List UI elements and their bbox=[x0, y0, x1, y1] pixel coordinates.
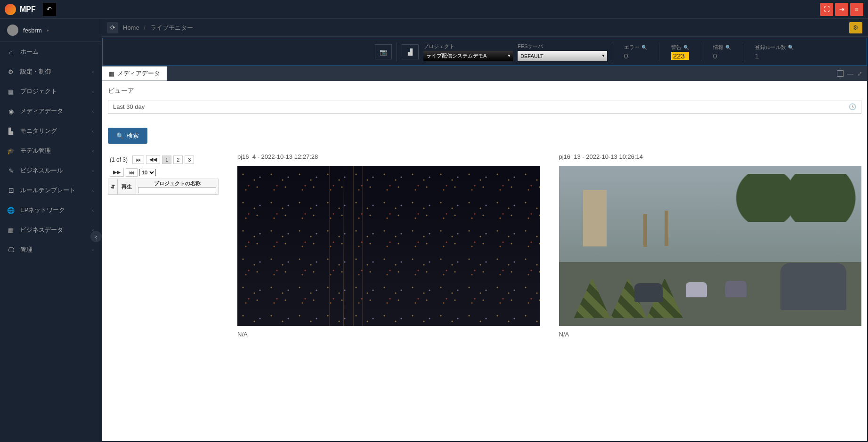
chevron-left-icon: ‹ bbox=[92, 188, 94, 193]
stat-label: 警告 bbox=[671, 44, 681, 51]
daterange-picker[interactable]: Last 30 day 🕓 bbox=[108, 100, 861, 114]
settings-button[interactable]: ⚙ bbox=[849, 22, 862, 33]
sidebar-item-home[interactable]: ⌂ホーム bbox=[0, 42, 101, 62]
search-icon: 🔍 bbox=[116, 132, 124, 139]
sidebar-item-media[interactable]: ◉メディアデータ‹ bbox=[0, 101, 101, 121]
fullscreen-button[interactable]: ⛶ bbox=[820, 3, 833, 16]
video-frame[interactable] bbox=[237, 166, 540, 326]
pagesize-select[interactable]: 10 bbox=[139, 169, 156, 176]
page-3-button[interactable]: 3 bbox=[185, 156, 194, 164]
last-page-button[interactable]: ⏭ bbox=[126, 168, 138, 177]
sidebar-item-monitoring[interactable]: ▙モニタリング‹ bbox=[0, 121, 101, 141]
breadcrumb-bar: ⟳ Home / ライブモニター ⚙ bbox=[101, 19, 868, 37]
stat-value: 1 bbox=[755, 52, 794, 60]
table-icon: ▦ bbox=[109, 70, 114, 77]
chevron-left-icon: ‹ bbox=[92, 168, 94, 173]
page-info: (1 of 3) bbox=[110, 156, 128, 163]
sidebar-item-model[interactable]: 🎓モデル管理‹ bbox=[0, 141, 101, 161]
chevron-left-icon: ‹ bbox=[92, 89, 94, 94]
fes-value: DEFAULT bbox=[520, 53, 544, 59]
chevron-left-icon: ‹ bbox=[92, 247, 94, 253]
tab-label: メディアデータ bbox=[117, 69, 160, 78]
divider bbox=[743, 42, 743, 61]
divider bbox=[659, 42, 659, 61]
sidebar-item-bizrule[interactable]: ✎ビジネスルール‹ bbox=[0, 161, 101, 180]
prev-page-button[interactable]: ◀◀ bbox=[146, 155, 160, 164]
next-page-button[interactable]: ▶▶ bbox=[110, 168, 124, 177]
edit-icon: ✎ bbox=[7, 167, 15, 174]
video-na: N/A bbox=[559, 331, 862, 338]
history-icon: ↶ bbox=[47, 6, 52, 13]
chevron-left-icon: ‹ bbox=[92, 109, 94, 114]
sidebar-item-label: モデル管理 bbox=[20, 147, 51, 155]
col-sort[interactable]: ⇵ bbox=[108, 179, 118, 195]
sidebar-item-label: 管理 bbox=[20, 246, 32, 254]
expand-icon: ⛶ bbox=[824, 6, 830, 13]
logout-icon: ⇥ bbox=[839, 6, 844, 13]
sidebar-item-settings[interactable]: ⚙設定・制御‹ bbox=[0, 62, 101, 82]
sidebar-item-label: 設定・制御 bbox=[20, 67, 51, 76]
gear-icon: ⚙ bbox=[7, 68, 15, 75]
panel-toggle-icon[interactable] bbox=[837, 70, 844, 77]
sidebar-item-template[interactable]: ⚀ルールテンプレート‹ bbox=[0, 180, 101, 200]
sidebar-item-project[interactable]: ▤プロジェクト‹ bbox=[0, 82, 101, 101]
toolbar: 📷 ▟ プロジェクト ライブ配信システムデモA FESサーバ DEFAULT エ… bbox=[102, 38, 867, 66]
project-value: ライブ配信システムデモA bbox=[426, 52, 487, 59]
daterange-value: Last 30 day bbox=[113, 103, 145, 110]
search-icon: 🔍 bbox=[683, 45, 689, 50]
project-dropdown[interactable]: ライブ配信システムデモA bbox=[423, 51, 513, 61]
maximize-button[interactable]: ⤢ bbox=[857, 70, 862, 77]
sidebar-collapse-button[interactable]: ‹ bbox=[90, 231, 102, 242]
sidebar-item-label: ビジネスルール bbox=[20, 166, 63, 175]
search-button[interactable]: 🔍 検索 bbox=[108, 128, 147, 144]
search-icon: 🔍 bbox=[788, 45, 794, 50]
chart-icon: ▟ bbox=[408, 49, 413, 56]
history-button[interactable]: ↶ bbox=[43, 3, 56, 16]
globe-icon: 🌐 bbox=[7, 206, 15, 214]
sidebar-user[interactable]: fesbrm ▾ bbox=[0, 19, 101, 42]
page-2-button[interactable]: 2 bbox=[173, 156, 183, 164]
divider bbox=[701, 42, 701, 61]
stat-info[interactable]: 情報🔍 0 bbox=[706, 44, 738, 60]
stat-error[interactable]: エラー🔍 0 bbox=[617, 44, 654, 60]
breadcrumb-home[interactable]: Home bbox=[123, 24, 139, 31]
viewer-title: ビューア bbox=[108, 87, 861, 95]
video-frame[interactable] bbox=[559, 166, 862, 326]
search-icon: 🔍 bbox=[641, 45, 647, 50]
stat-value: 0 bbox=[713, 52, 731, 60]
sidebar-item-label: モニタリング bbox=[20, 127, 57, 135]
sidebar-item-epnetwork[interactable]: 🌐EPネットワーク‹ bbox=[0, 200, 101, 220]
file-icon: ▤ bbox=[7, 88, 15, 95]
refresh-button[interactable]: ⟳ bbox=[107, 22, 118, 33]
paginator: (1 of 3) ⏮ ◀◀ 1 2 3 bbox=[108, 153, 219, 166]
sidebar-item-bizdata[interactable]: ▦ビジネスデータ‹ bbox=[0, 220, 101, 240]
first-page-button[interactable]: ⏮ bbox=[132, 156, 144, 164]
sidebar: fesbrm ▾ ⌂ホーム ⚙設定・制御‹ ▤プロジェクト‹ ◉メディアデータ‹… bbox=[0, 19, 101, 442]
chevron-left-icon: ‹ bbox=[92, 69, 94, 74]
fes-dropdown[interactable]: DEFAULT bbox=[518, 51, 607, 61]
refresh-icon: ⟳ bbox=[110, 24, 115, 31]
minimize-button[interactable]: — bbox=[847, 70, 853, 77]
panel-tab-media[interactable]: ▦ メディアデータ bbox=[102, 66, 167, 81]
media-list: (1 of 3) ⏮ ◀◀ 1 2 3 ▶▶ ⏭ 10 bbox=[108, 153, 219, 338]
divider bbox=[397, 42, 397, 61]
chevron-left-icon: ‹ bbox=[92, 129, 94, 134]
chart-button[interactable]: ▟ bbox=[402, 44, 419, 59]
snapshot-button[interactable]: 📷 bbox=[375, 44, 392, 59]
sidebar-item-label: EPネットワーク bbox=[20, 206, 65, 214]
stat-value: 0 bbox=[624, 52, 647, 60]
project-filter-input[interactable] bbox=[138, 187, 216, 193]
page-1-button[interactable]: 1 bbox=[162, 156, 171, 164]
sidebar-item-admin[interactable]: 🖵管理‹ bbox=[0, 240, 101, 260]
menu-button[interactable]: ≡ bbox=[850, 3, 863, 16]
breadcrumb-current: ライブモニター bbox=[150, 24, 193, 31]
chevron-left-icon: ‹ bbox=[92, 208, 94, 213]
chevron-left-icon: ‹ bbox=[95, 233, 97, 240]
stat-warn[interactable]: 警告🔍 223 bbox=[664, 44, 696, 60]
media-table: ⇵ 再生 プロジェクトの名称 bbox=[108, 179, 219, 195]
camera-icon: 📷 bbox=[380, 49, 387, 56]
sidebar-item-label: ルールテンプレート bbox=[20, 186, 75, 195]
logout-button[interactable]: ⇥ bbox=[835, 3, 848, 16]
col-play: 再生 bbox=[118, 179, 136, 195]
stat-rules[interactable]: 登録ルール数🔍 1 bbox=[748, 44, 801, 60]
